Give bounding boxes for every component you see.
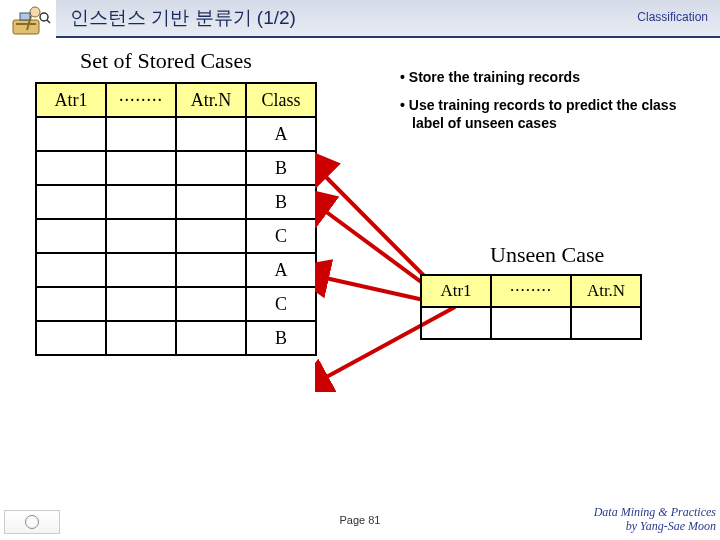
table-row: C [36, 219, 316, 253]
title-bar: 인스턴스 기반 분류기 (1/2) [56, 0, 720, 38]
table-row: A [36, 117, 316, 151]
slide-header: 인스턴스 기반 분류기 (1/2) Classification [0, 0, 720, 42]
slide-footer: Page 81 Data Mining & Practices by Yang-… [0, 500, 720, 540]
svg-point-4 [40, 13, 48, 21]
col-class: Class [246, 83, 316, 117]
svg-rect-3 [20, 13, 30, 20]
table-row: B [36, 185, 316, 219]
col-ellipsis: ········ [106, 83, 176, 117]
bullet-item: • Store the training records [400, 68, 690, 86]
unseen-case-title: Unseen Case [490, 242, 604, 268]
university-logo [4, 510, 60, 534]
table-row: C [36, 287, 316, 321]
col-atrn: Atr.N [176, 83, 246, 117]
unseen-col-atrn: Atr.N [571, 275, 641, 307]
col-atr1: Atr1 [36, 83, 106, 117]
svg-point-2 [30, 7, 40, 17]
table-row: B [36, 321, 316, 355]
svg-line-5 [47, 20, 50, 23]
slide-title: 인스턴스 기반 분류기 (1/2) [70, 5, 296, 31]
category-label: Classification [637, 10, 708, 24]
table-row: A [36, 253, 316, 287]
svg-rect-1 [16, 23, 36, 25]
page-number: Page 81 [340, 514, 381, 526]
stored-cases-title: Set of Stored Cases [80, 48, 252, 74]
table-row: B [36, 151, 316, 185]
classification-arrows [315, 122, 475, 392]
credit-text: Data Mining & Practices by Yang-Sae Moon [594, 506, 716, 534]
slide-content: Set of Stored Cases Atr1 ········ Atr.N … [0, 42, 720, 500]
stored-cases-table: Atr1 ········ Atr.N Class A B B C A C B [35, 82, 317, 356]
header-icon [4, 0, 54, 42]
description-bullets: • Store the training records • Use train… [400, 68, 690, 143]
bullet-item: • Use training records to predict the cl… [400, 96, 690, 132]
svg-rect-0 [13, 20, 39, 34]
unseen-col-ellipsis: ········ [491, 275, 571, 307]
unseen-case-table: Atr1 ········ Atr.N [420, 274, 642, 340]
unseen-col-atr1: Atr1 [421, 275, 491, 307]
table-row [421, 307, 641, 339]
